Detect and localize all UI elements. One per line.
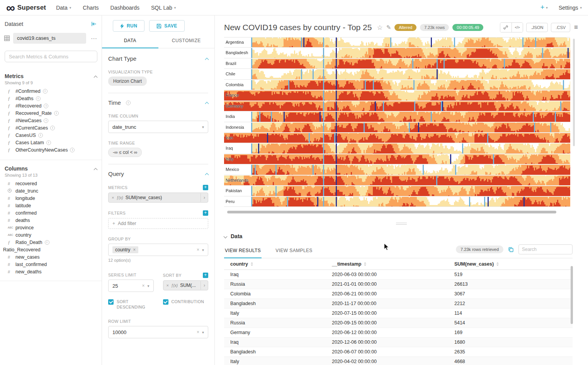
chevron-up-icon[interactable] bbox=[205, 58, 209, 61]
metric-item[interactable]: ƒ#Recoveredi bbox=[0, 102, 102, 109]
nav-charts[interactable]: Charts bbox=[83, 5, 99, 11]
export-csv-button[interactable]: .CSV bbox=[551, 23, 570, 32]
save-button[interactable]: SAVE bbox=[149, 20, 184, 32]
tab-view-samples[interactable]: VIEW SAMPLES bbox=[275, 244, 313, 258]
query-section[interactable]: Query bbox=[108, 171, 208, 177]
metric-pill[interactable]: × ƒ(x) SUM(new_cases) › bbox=[108, 193, 208, 203]
metric-item[interactable]: ƒ#Confirmedi bbox=[0, 87, 102, 95]
chevron-up-icon[interactable] bbox=[205, 102, 209, 106]
altered-badge[interactable]: Altered bbox=[394, 24, 416, 31]
metric-item[interactable]: ƒ#CurrentCasesi bbox=[0, 124, 102, 131]
metric-item[interactable]: ƒCases Latami bbox=[0, 139, 102, 146]
add-filter-button[interactable]: + Add filter bbox=[108, 218, 208, 229]
dataset-selector[interactable]: covid19.cases_ts ⋯ bbox=[3, 33, 99, 44]
chevron-up-icon[interactable] bbox=[94, 168, 98, 172]
chart-type-section[interactable]: Chart Type bbox=[108, 55, 208, 62]
table-vertical-scrollbar[interactable] bbox=[571, 266, 573, 324]
run-button[interactable]: RUN bbox=[113, 20, 144, 32]
share-link-button[interactable] bbox=[500, 23, 512, 32]
column-item[interactable]: ƒRatio_Deathi bbox=[0, 239, 102, 246]
chart-horizontal-scrollbar[interactable] bbox=[227, 211, 556, 213]
embed-code-button[interactable]: </> bbox=[512, 23, 523, 32]
metrics-columns-search-input[interactable] bbox=[5, 51, 97, 62]
info-icon[interactable]: i bbox=[54, 111, 59, 116]
superset-logo[interactable]: ∞ Superset bbox=[6, 2, 46, 14]
column-header-country[interactable]: country bbox=[224, 261, 326, 267]
info-icon[interactable]: i bbox=[38, 133, 43, 138]
tab-view-results[interactable]: VIEW RESULTS bbox=[224, 244, 262, 258]
collapse-panel-icon[interactable] bbox=[91, 21, 97, 27]
chevron-up-icon[interactable] bbox=[205, 173, 209, 177]
group-by-select[interactable]: country × × ▾ bbox=[108, 244, 208, 256]
column-header--timestamp[interactable]: __timestamp bbox=[326, 261, 448, 267]
chart-vertical-scrollbar[interactable] bbox=[573, 39, 575, 146]
sort-icon[interactable] bbox=[251, 262, 253, 266]
info-icon[interactable]: i bbox=[50, 126, 55, 130]
info-icon[interactable]: i bbox=[43, 89, 48, 94]
info-icon[interactable]: i bbox=[44, 118, 48, 123]
sort-icon[interactable] bbox=[496, 262, 499, 266]
info-icon[interactable]: i bbox=[36, 96, 41, 101]
column-item[interactable]: ABCcountry bbox=[0, 231, 102, 239]
metric-item[interactable]: ƒRecovered_Ratei bbox=[0, 109, 102, 117]
metric-item[interactable]: ƒOtherCountryNewCasesi bbox=[0, 146, 102, 154]
chevron-right-icon[interactable]: › bbox=[201, 281, 208, 290]
horizon-chart[interactable]: ArgentinaBangladeshBrazilChileColombiaFr… bbox=[224, 37, 570, 207]
column-item[interactable]: #new_deaths bbox=[0, 268, 102, 275]
sort-by-pill[interactable]: × ƒ(x) SUM(... › bbox=[163, 280, 209, 290]
chevron-up-icon[interactable] bbox=[94, 75, 98, 79]
add-metric-button[interactable]: + bbox=[203, 185, 208, 190]
chart-menu-icon[interactable]: ≡ bbox=[573, 24, 579, 31]
viz-type-value[interactable]: Horizon Chart bbox=[108, 77, 147, 86]
column-item[interactable]: Ratio_Recovered bbox=[0, 246, 102, 253]
clear-icon[interactable]: × bbox=[197, 247, 199, 252]
metric-item[interactable]: ƒ#NewCasesi bbox=[0, 117, 102, 124]
new-item-button[interactable]: + ▾ bbox=[540, 3, 548, 12]
panel-resize-handle[interactable] bbox=[215, 221, 588, 226]
remove-icon[interactable]: × bbox=[167, 283, 169, 288]
column-item[interactable]: #last_confirmed bbox=[0, 261, 102, 268]
nav-data[interactable]: Data ▾ bbox=[56, 5, 71, 11]
tab-customize[interactable]: CUSTOMIZE bbox=[158, 34, 215, 48]
metric-item[interactable]: ƒ#Deathsi bbox=[0, 95, 102, 102]
time-column-select[interactable]: date_trunc ▾ bbox=[108, 121, 208, 133]
export-json-button[interactable]: .JSON bbox=[526, 23, 548, 32]
tab-data[interactable]: DATA bbox=[102, 34, 158, 48]
info-icon[interactable]: i bbox=[44, 104, 48, 108]
column-item[interactable]: #longitude bbox=[0, 194, 102, 202]
column-item[interactable]: #deaths bbox=[0, 217, 102, 224]
clear-icon[interactable]: × bbox=[142, 283, 144, 288]
contribution-checkbox[interactable] bbox=[163, 299, 168, 305]
column-item[interactable]: #latitude bbox=[0, 202, 102, 209]
sort-icon[interactable] bbox=[364, 262, 366, 266]
column-item[interactable]: #recovered bbox=[0, 180, 102, 187]
nav-dashboards[interactable]: Dashboards bbox=[110, 5, 140, 11]
dataset-name[interactable]: covid19.cases_ts bbox=[13, 33, 86, 44]
results-search-input[interactable] bbox=[518, 244, 573, 254]
info-icon[interactable]: i bbox=[45, 240, 49, 245]
column-item[interactable]: date_trunc bbox=[0, 187, 102, 194]
add-filter-plus-button[interactable]: + bbox=[203, 210, 208, 216]
clear-icon[interactable]: × bbox=[197, 329, 199, 335]
chevron-right-icon[interactable]: › bbox=[201, 193, 208, 202]
data-section-toggle[interactable]: Data bbox=[224, 229, 573, 239]
series-limit-select[interactable]: 25 × ▾ bbox=[108, 280, 154, 292]
sort-descending-checkbox[interactable] bbox=[108, 299, 114, 305]
edit-properties-icon[interactable]: ✎ bbox=[386, 24, 391, 31]
copy-data-button[interactable] bbox=[508, 247, 514, 252]
metric-item[interactable]: ƒCasesUSi bbox=[0, 131, 102, 139]
nav-sql-lab[interactable]: SQL Lab ▾ bbox=[151, 5, 176, 11]
time-range-value[interactable]: -∞ ≤ col < ∞ bbox=[108, 148, 142, 157]
favorite-star-icon[interactable]: ☆ bbox=[377, 24, 382, 32]
column-item[interactable]: ABCprovince bbox=[0, 224, 102, 231]
dataset-options-icon[interactable]: ⋯ bbox=[89, 35, 99, 42]
group-by-tag[interactable]: country × bbox=[112, 246, 138, 253]
horizon-chart-canvas[interactable] bbox=[224, 37, 570, 207]
settings-menu[interactable]: Settings ▾ bbox=[559, 5, 582, 11]
column-item[interactable]: #confirmed bbox=[0, 209, 102, 217]
time-section[interactable]: Time i bbox=[108, 99, 208, 106]
column-item[interactable]: #new_cases bbox=[0, 253, 102, 261]
column-header-sum-new-cases-[interactable]: SUM(new_cases) bbox=[448, 261, 573, 267]
info-icon[interactable]: i bbox=[46, 140, 51, 145]
info-icon[interactable]: i bbox=[70, 148, 75, 152]
